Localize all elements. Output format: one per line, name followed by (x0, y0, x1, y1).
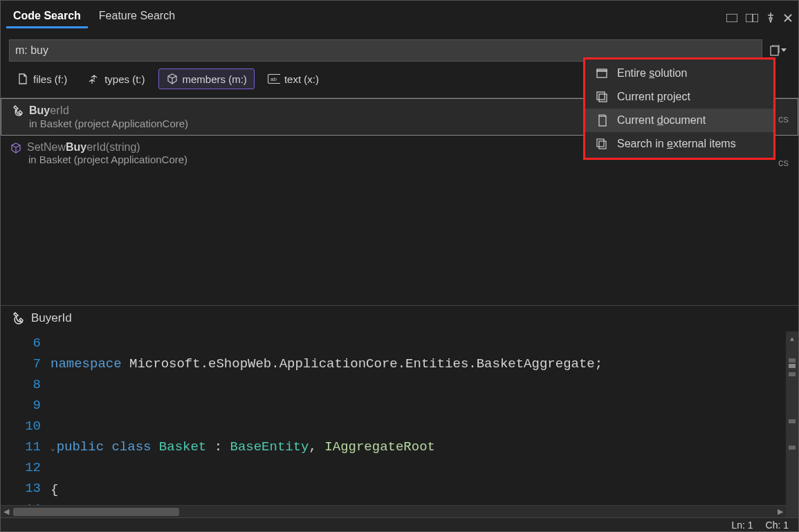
text-icon: ab (268, 73, 280, 85)
svg-rect-1 (746, 14, 758, 22)
members-icon (166, 73, 178, 85)
scope-external-items[interactable]: Search in external items (585, 132, 773, 156)
dock-side-icon[interactable] (746, 11, 758, 23)
document-icon (595, 114, 609, 127)
filter-text-label: text (x:) (284, 73, 319, 85)
dock-alone-icon[interactable] (726, 11, 737, 23)
scope-label: Current document (617, 114, 706, 127)
filter-files-label: files (f:) (33, 73, 67, 85)
result-extension: cs (778, 113, 789, 125)
svg-rect-11 (599, 141, 606, 149)
result-extension: cs (778, 156, 789, 168)
preview-panel: BuyerId 6 7 8 9 10 11 12 13 14 namespace… (1, 305, 798, 517)
result-title: BuyerId (29, 104, 69, 117)
file-icon (17, 73, 29, 85)
scope-label: Entire solution (617, 67, 687, 80)
scope-label: Current project (617, 91, 690, 103)
svg-rect-12 (597, 139, 604, 147)
code-editor[interactable]: 6 7 8 9 10 11 12 13 14 namespace Microso… (1, 331, 798, 517)
svg-text:ab: ab (270, 76, 277, 82)
status-bar: Ln: 1 Ch: 1 (1, 517, 798, 531)
filter-text[interactable]: ab text (x:) (260, 68, 327, 89)
status-line: Ln: 1 (731, 520, 753, 531)
scope-entire-solution[interactable]: Entire solution (585, 62, 773, 85)
scope-label: Search in external items (617, 138, 736, 150)
overview-ruler[interactable]: ▲ (786, 331, 798, 517)
wrench-icon (11, 104, 24, 118)
project-icon (595, 91, 609, 102)
code-lines: namespace Microsoft.eShopWeb.Application… (50, 331, 618, 517)
scroll-right-icon[interactable]: ▶ (775, 507, 786, 516)
filter-types-label: types (t:) (104, 73, 145, 85)
pin-icon[interactable] (766, 10, 775, 23)
preview-header: BuyerId (1, 306, 798, 331)
tab-feature-search[interactable]: Feature Search (92, 6, 182, 28)
svg-rect-9 (597, 92, 605, 100)
close-icon[interactable] (783, 10, 793, 22)
filter-members[interactable]: members (m:) (158, 68, 255, 89)
result-title: SetNewBuyerId(string) (27, 141, 140, 154)
svg-rect-0 (726, 14, 737, 22)
svg-rect-10 (599, 116, 606, 126)
window-controls (726, 10, 793, 23)
scope-current-project[interactable]: Current project (585, 85, 773, 109)
preview-title: BuyerId (31, 311, 72, 325)
filter-files[interactable]: files (f:) (9, 68, 75, 89)
tab-code-search[interactable]: Code Search (6, 6, 88, 28)
scope-current-document[interactable]: Current document (585, 109, 773, 132)
svg-rect-3 (771, 46, 778, 55)
svg-rect-8 (599, 94, 607, 102)
code-gutter: 6 7 8 9 10 11 12 13 14 (1, 331, 50, 517)
status-char: Ch: 1 (766, 520, 789, 531)
filter-members-label: members (m:) (183, 73, 247, 85)
wrench-icon (10, 311, 24, 326)
horizontal-scrollbar[interactable]: ◀ ▶ (1, 505, 786, 517)
type-icon (88, 73, 100, 85)
scope-dropdown: Entire solution Current project Current … (583, 57, 775, 160)
external-icon (595, 138, 609, 149)
scroll-thumb[interactable] (13, 508, 179, 516)
scroll-left-icon[interactable]: ◀ (1, 507, 12, 516)
solution-icon (595, 68, 609, 78)
filter-types[interactable]: types (t:) (80, 68, 152, 89)
tab-bar: Code Search Feature Search (1, 1, 798, 30)
cube-icon (10, 141, 21, 154)
